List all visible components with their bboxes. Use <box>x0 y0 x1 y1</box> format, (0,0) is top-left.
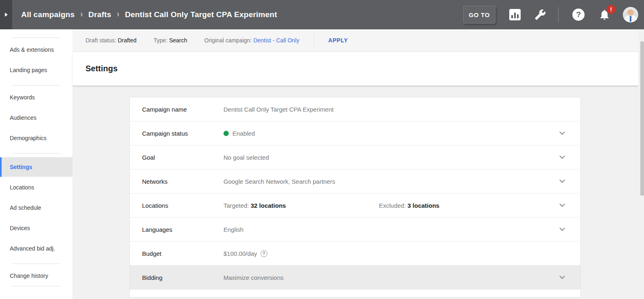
reports-icon[interactable] <box>509 9 521 20</box>
sidebar-item-label: Ad schedule <box>10 204 41 211</box>
wrench-icon <box>534 9 546 20</box>
nav-divider <box>12 37 60 38</box>
row-label: Goal <box>130 154 223 161</box>
row-label: Bidding <box>130 274 223 281</box>
row-bidding[interactable]: Bidding Maximize conversions <box>130 266 580 290</box>
breadcrumb-drafts[interactable]: Drafts <box>88 10 111 19</box>
expand-arrow-icon <box>5 13 8 17</box>
sidebar-item-demographics[interactable]: Demographics <box>0 128 72 148</box>
nav-divider <box>12 286 60 286</box>
sidebar-item-label: Ads & extensions <box>10 46 54 53</box>
chevron-right-icon: › <box>80 10 83 20</box>
chevron-down-icon[interactable] <box>559 180 565 183</box>
sidebar-item-locations[interactable]: Locations <box>0 177 72 198</box>
campaign-status-value: Enabled <box>232 130 255 137</box>
breadcrumb-all-campaigns[interactable]: All campaigns <box>21 10 74 19</box>
sidebar-item-label: Audiences <box>10 114 36 121</box>
campaign-name-value: Dentist Call Only Target CPA Experiment <box>223 106 333 113</box>
row-languages[interactable]: Languages English <box>130 218 580 242</box>
budget-help-icon[interactable]: ? <box>261 250 267 257</box>
nav-divider <box>12 153 60 154</box>
row-label: Languages <box>130 226 223 233</box>
draft-status-label: Draft status: <box>85 37 116 44</box>
type-value: Search <box>169 37 187 44</box>
row-label: Campaign name <box>130 106 223 113</box>
settings-header: Settings <box>72 52 638 86</box>
page-title: Settings <box>85 64 118 73</box>
chevron-right-icon: › <box>117 10 119 20</box>
question-mark-icon: ? <box>572 9 585 21</box>
targeted-locations: Targeted: 32 locations <box>223 202 379 209</box>
chevron-down-icon[interactable] <box>559 228 565 231</box>
targeted-label: Targeted: <box>223 202 249 209</box>
help-icon[interactable]: ? <box>572 9 585 21</box>
row-goal[interactable]: Goal No goal selected <box>130 145 580 169</box>
chevron-down-icon[interactable] <box>559 132 565 135</box>
budget-value: $100.00/day <box>223 250 257 257</box>
sidebar-item-change-history[interactable]: Change history <box>0 266 72 286</box>
sidebar-item-label: Change history <box>10 273 48 279</box>
original-campaign: Original campaign: Dentist - Call Only <box>204 37 299 44</box>
excluded-label: Excluded: <box>379 202 406 209</box>
row-label: Budget <box>130 250 223 257</box>
sidebar-item-advanced-bid-adj[interactable]: Advanced bid adj. <box>0 238 72 259</box>
draft-status-bar: Draft status: Drafted Type: Search Origi… <box>72 29 644 52</box>
languages-value: English <box>223 226 243 233</box>
sidebar-item-label: Advanced bid adj. <box>10 245 55 252</box>
chevron-down-icon[interactable] <box>559 204 565 207</box>
nav-divider <box>12 85 60 86</box>
notification-badge: ! <box>607 5 616 14</box>
bar-chart-icon <box>509 9 521 20</box>
sidebar-item-keywords[interactable]: Keywords <box>0 87 72 108</box>
sidebar-item-label: Demographics <box>10 135 46 141</box>
chevron-down-icon[interactable] <box>559 276 565 279</box>
bidding-value: Maximize conversions <box>223 274 284 281</box>
vertical-scrollbar[interactable] <box>638 29 644 299</box>
account-avatar[interactable] <box>623 7 638 22</box>
excluded-value: 3 locations <box>407 202 439 209</box>
original-campaign-link[interactable]: Dentist - Call Only <box>253 37 299 44</box>
targeted-value: 32 locations <box>251 202 286 209</box>
breadcrumb: All campaigns › Drafts › Dentist Call On… <box>21 10 277 19</box>
sidebar-item-ad-schedule[interactable]: Ad schedule <box>0 198 72 218</box>
sidebar-item-label: Devices <box>10 225 30 231</box>
left-nav: Ads & extensions Landing pages Keywords … <box>0 29 72 299</box>
tools-icon[interactable] <box>534 9 546 20</box>
original-campaign-label: Original campaign: <box>204 37 252 44</box>
chevron-down-icon[interactable] <box>559 156 565 159</box>
draft-status-value: Drafted <box>118 37 136 44</box>
sidebar-item-settings[interactable]: Settings <box>0 157 72 177</box>
type-label: Type: <box>153 37 167 44</box>
apply-button[interactable]: APPLY <box>324 34 352 47</box>
row-label: Campaign status <box>130 130 223 137</box>
avatar-head <box>627 9 634 15</box>
sidebar-item-audiences[interactable]: Audiences <box>0 108 72 128</box>
topbar-divider <box>558 7 559 22</box>
sidebar-item-devices[interactable]: Devices <box>0 218 72 238</box>
enabled-status-dot <box>223 131 229 136</box>
collapse-nav-button[interactable] <box>0 0 12 29</box>
goal-value: No goal selected <box>223 154 269 161</box>
top-bar: All campaigns › Drafts › Dentist Call On… <box>0 0 644 29</box>
scrollbar-thumb[interactable] <box>640 42 644 196</box>
sidebar-item-ads-extensions[interactable]: Ads & extensions <box>0 40 72 60</box>
row-networks[interactable]: Networks Google Search Network, Search p… <box>130 169 580 193</box>
row-campaign-name[interactable]: Campaign name Dentist Call Only Target C… <box>130 97 580 121</box>
networks-value: Google Search Network, Search partners <box>223 178 335 185</box>
row-locations[interactable]: Locations Targeted: 32 locations Exclude… <box>130 193 580 218</box>
row-label: Locations <box>130 202 223 209</box>
main-content: Campaign name Dentist Call Only Target C… <box>72 86 638 299</box>
breadcrumb-current-draft: Dentist Call Only Target CPA Experiment <box>125 10 277 19</box>
go-to-button[interactable]: GO TO <box>463 6 495 24</box>
avatar-tie <box>630 16 631 22</box>
campaign-type: Type: Search <box>153 37 187 44</box>
draft-status: Draft status: Drafted <box>85 37 136 44</box>
settings-card: Campaign name Dentist Call Only Target C… <box>129 97 581 298</box>
notifications-icon[interactable]: ! <box>598 9 611 21</box>
sidebar-item-landing-pages[interactable]: Landing pages <box>0 60 72 80</box>
row-label: Networks <box>130 178 223 185</box>
topbar-actions: GO TO ? ! <box>463 6 644 24</box>
statusbar-divider <box>314 34 314 47</box>
row-campaign-status[interactable]: Campaign status Enabled <box>130 121 580 145</box>
row-budget[interactable]: Budget $100.00/day ? <box>130 242 580 266</box>
